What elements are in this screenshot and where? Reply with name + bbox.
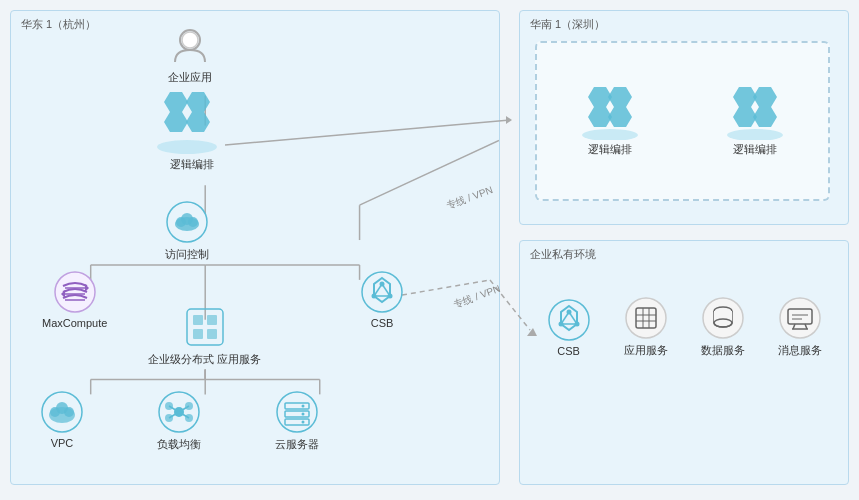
svg-rect-90 bbox=[207, 329, 217, 339]
right-bottom-panel-label: 企业私有环境 bbox=[530, 247, 596, 262]
svg-rect-87 bbox=[193, 315, 203, 325]
svg-point-66 bbox=[157, 140, 217, 154]
app-service-label: 应用服务 bbox=[624, 343, 668, 358]
right-top-panel: 华南 1（深圳） 逻辑编排 bbox=[519, 10, 849, 225]
vpc-node: VPC bbox=[40, 390, 84, 449]
message-service-label: 消息服务 bbox=[778, 343, 822, 358]
svg-marker-22 bbox=[753, 87, 777, 107]
svg-marker-24 bbox=[753, 107, 777, 127]
csb-left-label: CSB bbox=[371, 317, 394, 329]
logic-orch-left-label: 逻辑编排 bbox=[170, 157, 214, 172]
svg-rect-88 bbox=[207, 315, 217, 325]
svg-marker-17 bbox=[608, 87, 632, 107]
svg-marker-65 bbox=[186, 112, 210, 132]
logic-orch-1-node: 逻辑编排 bbox=[575, 85, 645, 157]
maxcompute-node: MaxCompute bbox=[42, 270, 107, 329]
svg-marker-19 bbox=[608, 107, 632, 127]
svg-point-20 bbox=[582, 129, 638, 140]
svg-point-47 bbox=[780, 298, 820, 338]
message-service-node: 消息服务 bbox=[778, 296, 822, 358]
access-control-node: 访问控制 bbox=[165, 200, 209, 262]
svg-marker-59 bbox=[506, 116, 512, 124]
access-control-label: 访问控制 bbox=[165, 247, 209, 262]
main-container: 华东 1（杭州） bbox=[0, 0, 859, 500]
svg-point-111 bbox=[302, 413, 305, 416]
data-service-node: 数据服务 bbox=[701, 296, 745, 358]
csb-left-node: CSB bbox=[360, 270, 404, 329]
app-service-node: 应用服务 bbox=[624, 296, 668, 358]
svg-point-95 bbox=[64, 407, 74, 417]
logic-orch-1-label: 逻辑编排 bbox=[588, 142, 632, 157]
left-panel-label: 华东 1（杭州） bbox=[21, 17, 96, 32]
logic-orch-2-node: 逻辑编排 bbox=[720, 85, 790, 157]
svg-point-71 bbox=[188, 217, 198, 227]
right-top-panel-label: 华南 1（深圳） bbox=[530, 17, 605, 32]
svg-rect-45 bbox=[714, 311, 732, 323]
svg-point-72 bbox=[55, 272, 95, 312]
svg-point-106 bbox=[277, 392, 317, 432]
maxcompute-label: MaxCompute bbox=[42, 317, 107, 329]
logic-orch-left-node: 逻辑编排 bbox=[152, 90, 232, 172]
enterprise-app-label: 企业应用 bbox=[168, 70, 212, 85]
svg-rect-89 bbox=[193, 329, 203, 339]
svg-point-112 bbox=[302, 421, 305, 424]
vpc-label: VPC bbox=[51, 437, 74, 449]
svg-rect-86 bbox=[187, 309, 223, 345]
right-bottom-panel: 企业私有环境 专线 / VPN CSB bbox=[519, 240, 849, 485]
csb-private-label: CSB bbox=[557, 345, 580, 357]
csb-private-node: CSB bbox=[547, 298, 591, 357]
enterprise-app-node: 企业应用 bbox=[165, 20, 215, 85]
load-balance-label: 负载均衡 bbox=[157, 437, 201, 452]
svg-point-110 bbox=[302, 405, 305, 408]
logic-orch-2-label: 逻辑编排 bbox=[733, 142, 777, 157]
svg-marker-64 bbox=[164, 112, 188, 132]
cloud-server-label: 云服务器 bbox=[275, 437, 319, 452]
cloud-server-node: 云服务器 bbox=[275, 390, 319, 452]
enterprise-distributed-label: 企业级分布式 应用服务 bbox=[148, 352, 261, 367]
data-service-label: 数据服务 bbox=[701, 343, 745, 358]
enterprise-distributed-node: 企业级分布式 应用服务 bbox=[148, 305, 261, 367]
svg-marker-62 bbox=[164, 92, 188, 112]
load-balance-node: 负载均衡 bbox=[157, 390, 201, 452]
svg-point-61 bbox=[182, 32, 198, 48]
svg-marker-63 bbox=[186, 92, 210, 112]
svg-point-25 bbox=[727, 129, 783, 140]
svg-point-34 bbox=[626, 298, 666, 338]
